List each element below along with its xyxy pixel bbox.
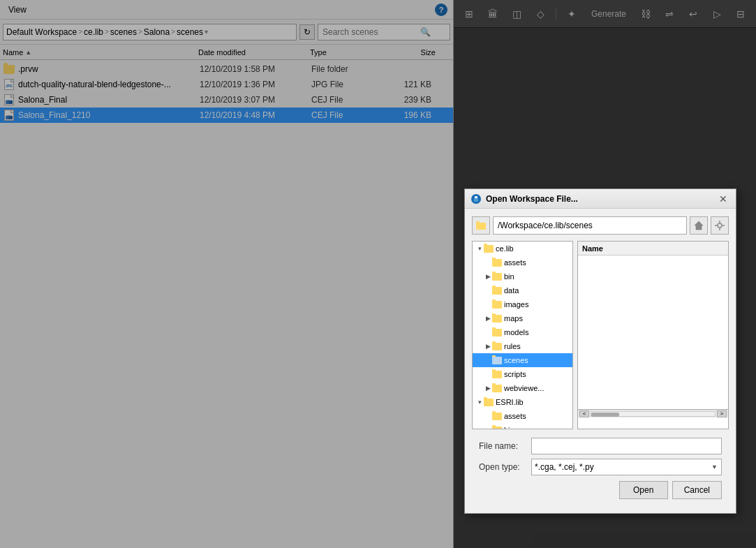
dialog-close-button[interactable]: ✕	[716, 192, 730, 206]
path-folder-button[interactable]	[472, 216, 490, 235]
folder-icon-images	[492, 301, 502, 309]
tree-label-models: models	[504, 328, 528, 336]
folder-icon-esri-bin	[492, 427, 502, 430]
name-panel-content	[578, 256, 728, 409]
tree-label-assets: assets	[504, 258, 526, 267]
expand-maps[interactable]: ▶	[484, 314, 492, 323]
dialog-title: Open Workspace File...	[486, 194, 716, 204]
name-scroll-right-btn[interactable]: >	[717, 410, 727, 417]
dialog-buttons: Open Cancel	[479, 481, 722, 499]
tree-item-scenes[interactable]: ▶ scenes	[473, 353, 572, 367]
svg-rect-3	[476, 223, 486, 230]
dialog-icon	[470, 193, 482, 205]
svg-marker-5	[695, 221, 703, 230]
dialog-footer: File name: Open type: *.cga, *.cej, *.py…	[472, 435, 729, 506]
modal-overlay: Open Workspace File... ✕	[0, 0, 756, 548]
name-scrollbar-h: < >	[578, 409, 728, 417]
folder-icon-maps	[492, 315, 502, 323]
open-workspace-dialog: Open Workspace File... ✕	[464, 188, 736, 514]
tree-item-scripts[interactable]: ▶ scripts	[473, 367, 572, 381]
folder-icon-models	[492, 329, 502, 336]
tree-label-bin: bin	[504, 272, 514, 281]
tree-label-maps: maps	[504, 314, 523, 323]
tree-item-esrilib[interactable]: ▾ ESRI.lib	[473, 395, 572, 409]
folder-icon-bin	[492, 273, 502, 281]
tree-item-celib[interactable]: ▾ ce.lib	[473, 242, 572, 256]
tree-label-scripts: scripts	[504, 370, 526, 378]
path-bar	[472, 216, 729, 235]
expand-bin[interactable]: ▶	[484, 272, 492, 281]
folder-icon-assets	[492, 259, 502, 267]
name-scroll-thumb[interactable]	[591, 413, 619, 417]
dialog-body: ▾ ce.lib ▶ assets ▶ bin	[465, 209, 736, 513]
filename-label: File name:	[479, 441, 531, 451]
tree-item-rules[interactable]: ▶ rules	[473, 339, 572, 353]
tree-item-maps[interactable]: ▶ maps	[473, 311, 572, 325]
opentype-select-wrapper: *.cga, *.cej, *.py *.cga *.cej *.py	[531, 459, 722, 475]
tree-item-models[interactable]: ▶ models	[473, 325, 572, 339]
tree-item-webviewer[interactable]: ▶ webviewe...	[473, 381, 572, 395]
opentype-row: Open type: *.cga, *.cej, *.py *.cga *.ce…	[479, 459, 722, 475]
name-scroll-left-btn[interactable]: <	[579, 410, 589, 417]
tree-item-esri-assets[interactable]: ▶ assets	[473, 409, 572, 423]
cancel-button[interactable]: Cancel	[672, 481, 722, 499]
opentype-label: Open type:	[479, 462, 531, 472]
folder-icon-scenes	[492, 357, 502, 364]
tree-label-esrilib: ESRI.lib	[496, 398, 524, 406]
tree-label-esri-assets: assets	[504, 412, 526, 420]
name-panel: Name < >	[577, 241, 729, 429]
tree-label-data: data	[504, 286, 519, 295]
tree-label-scenes: scenes	[504, 356, 528, 364]
tree-item-esri-bin[interactable]: ▶ bin	[473, 423, 572, 429]
expand-webviewer[interactable]: ▶	[484, 384, 492, 392]
filename-input[interactable]	[531, 438, 722, 454]
svg-rect-4	[476, 221, 480, 223]
open-button[interactable]: Open	[619, 481, 668, 499]
name-scroll-track[interactable]	[591, 411, 716, 417]
expand-rules[interactable]: ▶	[484, 342, 492, 350]
folder-icon-rules	[492, 343, 502, 350]
folder-icon-scripts	[492, 371, 502, 378]
tree-item-assets[interactable]: ▶ assets	[473, 256, 572, 269]
svg-rect-2	[474, 198, 478, 202]
opentype-select[interactable]: *.cga, *.cej, *.py *.cga *.cej *.py	[531, 459, 722, 475]
svg-point-6	[718, 223, 722, 228]
folder-icon-esrilib	[484, 399, 494, 406]
tree-item-data[interactable]: ▶ data	[473, 283, 572, 297]
name-panel-header: Name	[578, 242, 728, 256]
expand-esrilib[interactable]: ▾	[475, 398, 484, 406]
path-input[interactable]	[493, 216, 687, 235]
tree-label-rules: rules	[504, 342, 521, 350]
tree-label-esri-bin: bin	[504, 426, 514, 429]
tree-label-celib: ce.lib	[496, 244, 514, 253]
folder-icon-celib	[484, 245, 494, 253]
tree-label-images: images	[504, 300, 528, 309]
filename-row: File name:	[479, 438, 722, 454]
folder-icon-webviewer	[492, 385, 502, 392]
dialog-titlebar: Open Workspace File... ✕	[465, 189, 736, 209]
tree-item-bin[interactable]: ▶ bin	[473, 269, 572, 283]
tree-item-images[interactable]: ▶ images	[473, 297, 572, 311]
path-home-button[interactable]	[690, 216, 708, 235]
folder-icon-esri-assets	[492, 413, 502, 420]
folder-icon-data	[492, 287, 502, 295]
folder-tree: ▾ ce.lib ▶ assets ▶ bin	[472, 241, 573, 429]
dialog-content: ▾ ce.lib ▶ assets ▶ bin	[472, 241, 729, 429]
path-settings-button[interactable]	[711, 216, 729, 235]
expand-celib[interactable]: ▾	[475, 244, 484, 253]
tree-label-webviewer: webviewe...	[504, 384, 544, 392]
